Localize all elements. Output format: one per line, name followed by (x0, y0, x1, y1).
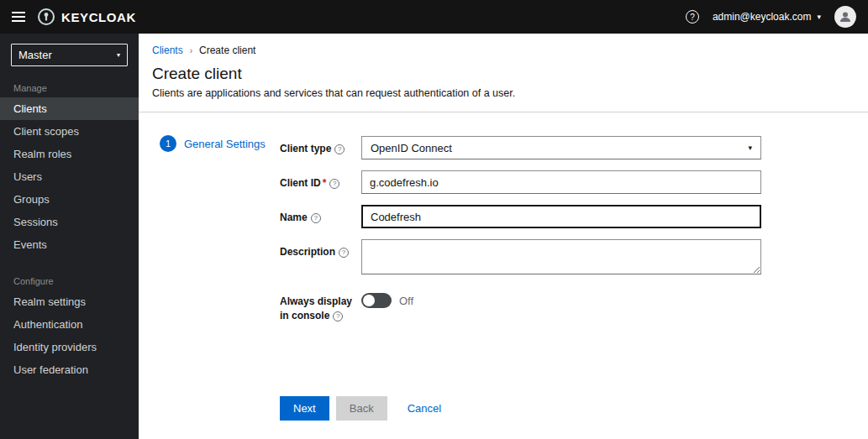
required-asterisk: * (323, 177, 327, 189)
sidebar-item-clients[interactable]: Clients (0, 97, 139, 120)
chevron-down-icon: ▾ (117, 51, 120, 59)
user-email: admin@keycloak.com (713, 11, 812, 23)
toggle-knob (363, 295, 375, 306)
user-menu[interactable]: admin@keycloak.com ▾ (713, 11, 821, 23)
sidebar-item-user-federation[interactable]: User federation (0, 358, 139, 381)
sidebar-item-events[interactable]: Events (0, 233, 139, 256)
help-icon[interactable]: ? (329, 179, 339, 189)
wizard-step-general-settings[interactable]: 1 General Settings (160, 135, 280, 152)
step-label: General Settings (184, 138, 266, 150)
back-button[interactable]: Back (336, 396, 387, 421)
name-row: Name? (280, 205, 761, 228)
keycloak-logo-icon (37, 8, 55, 26)
help-icon[interactable]: ? (333, 311, 343, 321)
description-label: Description? (280, 239, 361, 278)
page-title: Create client (152, 65, 855, 83)
help-icon[interactable]: ? (339, 248, 349, 258)
nav-section-manage: Manage (0, 71, 139, 97)
help-icon[interactable]: ? (311, 213, 321, 223)
page-subtitle: Clients are applications and services th… (152, 87, 855, 99)
sidebar-item-groups[interactable]: Groups (0, 188, 139, 211)
main-content: Clients › Create client Create client Cl… (139, 34, 868, 439)
next-button[interactable]: Next (280, 396, 329, 421)
sidebar-item-users[interactable]: Users (0, 165, 139, 188)
client-type-select[interactable]: OpenID Connect ▾ (361, 136, 761, 159)
breadcrumb-current: Create client (199, 44, 255, 56)
nav-section-configure: Configure (0, 256, 139, 290)
keycloak-brand: KEYCLOAK (37, 8, 136, 26)
brand-text: KEYCLOAK (61, 10, 136, 24)
client-type-label: Client type? (280, 136, 361, 159)
description-row: Description? (280, 239, 761, 278)
hamburger-menu-icon[interactable] (0, 0, 37, 34)
name-label: Name? (280, 205, 361, 228)
breadcrumb-clients-link[interactable]: Clients (152, 44, 183, 56)
wizard-content: 1 General Settings Client type? OpenID C… (139, 112, 868, 439)
client-id-row: Client ID*? (280, 170, 761, 194)
always-display-toggle[interactable] (361, 293, 392, 308)
always-display-label: Always display in console? (280, 289, 361, 324)
toggle-state-label: Off (399, 295, 413, 307)
always-display-row: Always display in console? Off (280, 289, 761, 324)
avatar[interactable] (834, 6, 856, 28)
client-type-row: Client type? OpenID Connect ▾ (280, 136, 761, 159)
page-header: Clients › Create client Create client Cl… (139, 34, 868, 112)
client-id-input[interactable] (361, 170, 761, 194)
topbar: KEYCLOAK ? admin@keycloak.com ▾ (0, 0, 868, 34)
sidebar-item-realm-roles[interactable]: Realm roles (0, 143, 139, 165)
realm-selector[interactable]: Master ▾ (11, 44, 128, 66)
wizard-nav: 1 General Settings (139, 112, 280, 439)
client-id-label: Client ID*? (280, 170, 361, 194)
sidebar: Master ▾ Manage Clients Client scopes Re… (0, 34, 139, 439)
help-icon[interactable]: ? (334, 144, 345, 154)
step-number-badge: 1 (160, 135, 176, 152)
user-icon (839, 10, 852, 24)
realm-selector-value: Master (18, 49, 52, 61)
cancel-button[interactable]: Cancel (402, 401, 446, 415)
chevron-down-icon: ▾ (817, 13, 821, 21)
description-textarea[interactable] (361, 239, 761, 274)
sidebar-item-identity-providers[interactable]: Identity providers (0, 336, 139, 358)
sidebar-item-authentication[interactable]: Authentication (0, 313, 139, 336)
chevron-down-icon: ▾ (748, 144, 752, 152)
form-actions: Next Back Cancel (280, 396, 761, 426)
name-input[interactable] (361, 205, 761, 228)
client-type-value: OpenID Connect (371, 142, 452, 154)
breadcrumb-separator-icon: › (190, 46, 192, 55)
topbar-right: ? admin@keycloak.com ▾ (686, 6, 868, 28)
sidebar-item-realm-settings[interactable]: Realm settings (0, 290, 139, 313)
breadcrumb: Clients › Create client (152, 44, 855, 56)
help-icon[interactable]: ? (686, 10, 699, 24)
sidebar-item-sessions[interactable]: Sessions (0, 211, 139, 233)
sidebar-item-client-scopes[interactable]: Client scopes (0, 120, 139, 143)
create-client-form: Client type? OpenID Connect ▾ Client ID*… (280, 112, 868, 439)
